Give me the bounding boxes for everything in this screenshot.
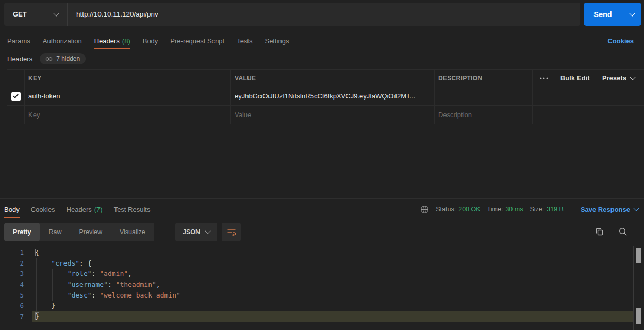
method-label: GET	[13, 10, 27, 18]
response-view-bar: PrettyRawPreviewVisualize JSON	[4, 223, 154, 241]
row-actions-cell	[533, 87, 644, 105]
line-content: }	[35, 301, 55, 311]
code-line-1[interactable]: 1{	[0, 248, 644, 258]
status-value: 200 OK	[458, 206, 480, 213]
time-value: 30 ms	[505, 206, 523, 213]
status-label: Status:	[436, 206, 456, 213]
code-line-3[interactable]: 3 "role": "admin",	[0, 269, 644, 279]
copy-icon	[595, 227, 604, 237]
tab-count: (8)	[122, 37, 130, 45]
request-tab-body[interactable]: Body	[143, 32, 158, 49]
tab-label: Tests	[237, 37, 252, 45]
chevron-down-icon	[205, 228, 210, 234]
response-tab-headers[interactable]: Headers(7)	[67, 201, 103, 218]
row-checkbox[interactable]	[11, 92, 21, 101]
line-number: 1	[0, 248, 24, 258]
tab-label: Body	[4, 206, 20, 213]
headers-table-header: KEY VALUE DESCRIPTION Bulk Edit Presets	[7, 69, 644, 87]
line-content: "role": "admin",	[35, 269, 132, 279]
headers-table: KEY VALUE DESCRIPTION Bulk Edit Presets	[7, 69, 644, 124]
view-tab-raw[interactable]: Raw	[40, 223, 70, 241]
meta-divider	[572, 204, 572, 214]
more-options-icon[interactable]	[540, 77, 548, 79]
line-number: 5	[0, 290, 24, 301]
line-number: 7	[0, 311, 24, 322]
presets-dropdown[interactable]: Presets	[602, 75, 635, 82]
select-all-cell	[7, 70, 25, 87]
line-number: 6	[0, 301, 24, 311]
header-key-text: auth-token	[28, 92, 60, 100]
tab-label: Authorization	[43, 37, 82, 45]
code-line-7[interactable]: 7}	[0, 311, 644, 322]
send-button[interactable]: Send	[584, 3, 641, 26]
chevron-down-icon	[630, 74, 635, 80]
search-response-button[interactable]	[618, 227, 628, 238]
tab-label: Settings	[265, 37, 289, 45]
tab-count: (7)	[94, 206, 103, 213]
new-key-input[interactable]: Key	[25, 106, 231, 124]
row-checkbox-cell	[7, 106, 25, 124]
scrollbar-thumb[interactable]	[636, 248, 641, 263]
method-selector[interactable]: GET	[4, 3, 68, 26]
editor-scrollbar[interactable]	[633, 246, 644, 330]
column-header-value: VALUE	[231, 70, 435, 87]
key-placeholder: Key	[28, 111, 40, 119]
header-value-cell[interactable]: eyJhbGciOiJIUzI1NiIsInR5cCI6IkpXVCJ9.eyJ…	[231, 87, 435, 105]
send-options-button[interactable]	[622, 13, 641, 15]
line-number: 3	[0, 269, 24, 279]
presets-label: Presets	[602, 75, 626, 82]
code-line-2[interactable]: 2 "creds": {	[0, 258, 644, 269]
response-tab-body[interactable]: Body	[4, 201, 20, 218]
request-tab-settings[interactable]: Settings	[265, 32, 289, 49]
request-tab-params[interactable]: Params	[7, 32, 30, 49]
response-tab-test-results[interactable]: Test Results	[114, 201, 151, 218]
time-label: Time:	[487, 206, 503, 213]
postman-app: GET http://10.10.11.120/api/priv Send Pa…	[0, 0, 644, 330]
tab-label: Cookies	[31, 206, 55, 213]
line-number: 4	[0, 279, 24, 290]
hidden-headers-toggle[interactable]: 7 hidden	[40, 53, 86, 64]
eye-icon	[45, 56, 53, 62]
language-dropdown[interactable]: JSON	[175, 223, 217, 241]
description-placeholder: Description	[438, 111, 472, 119]
headers-section-header: Headers 7 hidden	[7, 53, 86, 65]
code-line-6[interactable]: 6 }	[0, 301, 644, 311]
row-checkbox-cell	[7, 87, 25, 105]
tab-label: Headers	[94, 37, 120, 45]
url-input[interactable]: http://10.10.11.120/api/priv	[68, 3, 580, 26]
headers-section-title: Headers	[7, 55, 32, 63]
size-label: Size:	[530, 206, 544, 213]
request-tab-tests[interactable]: Tests	[237, 32, 252, 49]
view-tab-preview[interactable]: Preview	[70, 223, 110, 241]
tab-label: Params	[7, 37, 30, 45]
code-line-5[interactable]: 5 "desc": "welcome back admin"	[0, 290, 644, 301]
header-key-cell[interactable]: auth-token	[25, 87, 231, 105]
wrap-lines-button[interactable]	[222, 223, 241, 241]
chevron-down-icon	[53, 10, 59, 16]
code-line-4[interactable]: 4 "username": "theadmin",	[0, 279, 644, 290]
view-tab-pretty[interactable]: Pretty	[4, 223, 40, 241]
request-tabs: ParamsAuthorizationHeaders(8)BodyPre-req…	[7, 32, 289, 49]
bulk-edit-button[interactable]: Bulk Edit	[560, 75, 590, 82]
globe-icon[interactable]	[420, 205, 429, 214]
request-tab-pre-request-script[interactable]: Pre-request Script	[170, 32, 224, 49]
view-tab-visualize[interactable]: Visualize	[111, 223, 154, 241]
copy-response-button[interactable]	[595, 227, 604, 239]
column-header-description: DESCRIPTION	[435, 70, 533, 87]
search-icon	[618, 227, 628, 236]
wrap-text-icon	[227, 228, 236, 236]
new-value-input[interactable]: Value	[231, 106, 435, 124]
request-tab-headers[interactable]: Headers(8)	[94, 32, 130, 49]
request-tab-authorization[interactable]: Authorization	[43, 32, 82, 49]
save-response-button[interactable]: Save Response	[581, 206, 638, 213]
response-body-editor[interactable]: 1{2 "creds": {3 "role": "admin",4 "usern…	[0, 248, 644, 322]
view-mode-tabs: PrettyRawPreviewVisualize	[4, 223, 154, 241]
cookies-link[interactable]: Cookies	[607, 32, 634, 49]
check-icon	[13, 94, 19, 98]
row-actions-cell	[533, 106, 644, 124]
header-description-cell[interactable]	[435, 87, 533, 105]
chevron-down-icon	[629, 10, 635, 16]
line-content: "creds": {	[35, 258, 92, 269]
response-tab-cookies[interactable]: Cookies	[31, 201, 55, 218]
new-description-input[interactable]: Description	[435, 106, 533, 124]
